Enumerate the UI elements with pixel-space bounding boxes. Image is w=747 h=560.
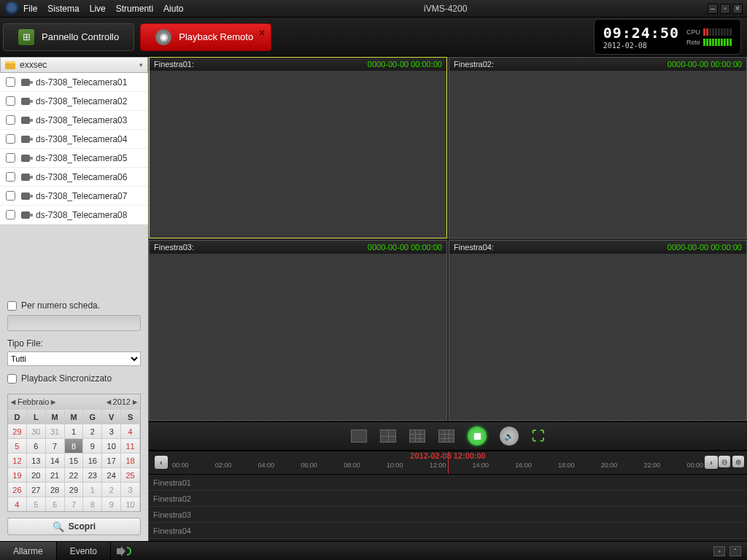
volume-button[interactable]: 🔊 bbox=[500, 427, 519, 446]
cal-day[interactable]: 12 bbox=[8, 453, 27, 467]
cal-day[interactable]: 4 bbox=[121, 424, 140, 438]
cal-day[interactable]: 3 bbox=[121, 482, 140, 497]
cal-day[interactable]: 21 bbox=[46, 467, 65, 482]
menu-file[interactable]: File bbox=[23, 4, 37, 14]
fullscreen-button[interactable]: ⛶ bbox=[532, 429, 545, 444]
stop-button[interactable] bbox=[468, 427, 487, 446]
timeline-row[interactable]: Finestra02 bbox=[149, 491, 747, 507]
menu-tools[interactable]: Strumenti bbox=[116, 4, 153, 14]
cal-day[interactable]: 19 bbox=[8, 467, 27, 482]
tab-remote-playback[interactable]: ◉ Playback Remoto × bbox=[140, 23, 271, 51]
tab-control-panel[interactable]: ⊞ Pannello Controllo bbox=[3, 23, 134, 51]
menu-help[interactable]: Aiuto bbox=[163, 4, 183, 14]
timeline-row[interactable]: Finestra03 bbox=[149, 507, 747, 523]
cal-day[interactable]: 4 bbox=[8, 497, 27, 511]
menu-system[interactable]: Sistema bbox=[47, 4, 79, 14]
camera-row[interactable]: ds-7308_Telecamera08 bbox=[0, 206, 148, 225]
layout-1-button[interactable] bbox=[351, 429, 367, 443]
camera-checkbox[interactable] bbox=[6, 153, 15, 163]
cal-day[interactable]: 1 bbox=[83, 482, 102, 497]
cal-day[interactable]: 8 bbox=[65, 438, 84, 453]
camera-checkbox[interactable] bbox=[6, 172, 15, 182]
cal-day[interactable]: 15 bbox=[65, 453, 84, 467]
cal-day[interactable]: 7 bbox=[65, 497, 84, 511]
cal-day[interactable]: 2 bbox=[83, 424, 102, 438]
menu-live[interactable]: Live bbox=[90, 4, 106, 14]
camera-row[interactable]: ds-7308_Telecamera01 bbox=[0, 73, 148, 92]
camera-checkbox[interactable] bbox=[6, 96, 15, 106]
cal-day[interactable]: 22 bbox=[65, 467, 84, 482]
timeline-zoom-out-button[interactable]: ⊖ bbox=[719, 456, 730, 467]
layout-9-button[interactable] bbox=[409, 429, 425, 443]
camera-row[interactable]: ds-7308_Telecamera04 bbox=[0, 130, 148, 149]
cal-day[interactable]: 17 bbox=[102, 453, 121, 467]
timeline-prev-button[interactable]: ‹ bbox=[155, 456, 168, 469]
cal-day[interactable]: 8 bbox=[83, 497, 102, 511]
camera-checkbox[interactable] bbox=[6, 191, 15, 201]
cal-day[interactable]: 18 bbox=[121, 453, 140, 467]
camera-checkbox[interactable] bbox=[6, 210, 15, 219]
layout-4-button[interactable] bbox=[380, 429, 396, 443]
camera-checkbox[interactable] bbox=[6, 115, 15, 125]
video-pane[interactable]: Finestra03:0000-00-00 00:00:00 bbox=[149, 240, 447, 421]
timeline-zoom-in-button[interactable]: ⊕ bbox=[732, 456, 744, 467]
cal-day[interactable]: 23 bbox=[83, 467, 102, 482]
cal-day[interactable]: 6 bbox=[46, 497, 65, 511]
cal-day[interactable]: 2 bbox=[102, 482, 121, 497]
camera-row[interactable]: ds-7308_Telecamera07 bbox=[0, 187, 148, 206]
status-popout-button[interactable]: ▫ bbox=[713, 546, 725, 556]
timeline-row[interactable]: Finestra01 bbox=[149, 475, 747, 491]
cal-day[interactable]: 1 bbox=[65, 424, 84, 438]
timeline-row[interactable]: Finestra04 bbox=[149, 523, 747, 539]
timeline-playhead[interactable] bbox=[448, 451, 449, 474]
cal-day[interactable]: 25 bbox=[121, 467, 140, 482]
status-tab-event[interactable]: Evento bbox=[57, 542, 111, 560]
cal-day[interactable]: 3 bbox=[102, 424, 121, 438]
card-number-input[interactable] bbox=[7, 315, 141, 331]
cal-day[interactable]: 28 bbox=[46, 482, 65, 497]
filetype-select[interactable]: Tutti bbox=[7, 351, 141, 366]
sync-playback-checkbox[interactable] bbox=[7, 374, 17, 384]
cal-day[interactable]: 6 bbox=[27, 438, 46, 453]
cal-day[interactable]: 11 bbox=[121, 438, 140, 453]
camera-checkbox[interactable] bbox=[6, 134, 15, 144]
cal-day[interactable]: 29 bbox=[8, 424, 27, 438]
video-pane[interactable]: Finestra01:0000-00-00 00:00:00 bbox=[149, 57, 447, 238]
cal-day[interactable]: 29 bbox=[65, 482, 84, 497]
video-pane[interactable]: Finestra02:0000-00-00 00:00:00 bbox=[449, 57, 747, 238]
camera-row[interactable]: ds-7308_Telecamera03 bbox=[0, 111, 148, 130]
cal-day[interactable]: 26 bbox=[8, 482, 27, 497]
window-close-button[interactable]: × bbox=[732, 4, 743, 14]
window-maximize-button[interactable]: ▫ bbox=[720, 4, 730, 14]
status-expand-button[interactable]: ˆ bbox=[729, 546, 741, 556]
cal-day[interactable]: 9 bbox=[102, 497, 121, 511]
window-minimize-button[interactable]: – bbox=[708, 4, 718, 14]
timeline-next-button[interactable]: › bbox=[705, 456, 718, 469]
cal-day[interactable]: 14 bbox=[46, 453, 65, 467]
cal-day[interactable]: 5 bbox=[27, 497, 46, 511]
cal-day[interactable]: 30 bbox=[27, 424, 46, 438]
cal-day[interactable]: 31 bbox=[46, 424, 65, 438]
cal-day[interactable]: 10 bbox=[102, 438, 121, 453]
camera-checkbox[interactable] bbox=[6, 77, 15, 87]
cal-day[interactable]: 16 bbox=[83, 453, 102, 467]
by-card-checkbox[interactable] bbox=[7, 301, 17, 311]
group-select[interactable]: exxsec ▾ bbox=[0, 57, 148, 73]
search-button[interactable]: 🔍 Scopri bbox=[7, 518, 141, 535]
cal-year-select[interactable]: ◀ 2012 ▶ bbox=[107, 397, 137, 406]
camera-row[interactable]: ds-7308_Telecamera02 bbox=[0, 92, 148, 111]
cal-day[interactable]: 13 bbox=[27, 453, 46, 467]
camera-row[interactable]: ds-7308_Telecamera05 bbox=[0, 149, 148, 168]
sound-icon[interactable] bbox=[117, 546, 130, 556]
camera-row[interactable]: ds-7308_Telecamera06 bbox=[0, 168, 148, 187]
cal-day[interactable]: 9 bbox=[83, 438, 102, 453]
cal-day[interactable]: 10 bbox=[121, 497, 140, 511]
status-tab-alarm[interactable]: Allarme bbox=[0, 542, 57, 560]
tab-close-icon[interactable]: × bbox=[259, 27, 265, 39]
cal-day[interactable]: 27 bbox=[27, 482, 46, 497]
cal-month-select[interactable]: ◀ Febbraio ▶ bbox=[11, 397, 55, 406]
layout-16-button[interactable] bbox=[438, 429, 454, 443]
video-pane[interactable]: Finestra04:0000-00-00 00:00:00 bbox=[449, 240, 747, 421]
cal-day[interactable]: 5 bbox=[8, 438, 27, 453]
cal-day[interactable]: 7 bbox=[46, 438, 65, 453]
